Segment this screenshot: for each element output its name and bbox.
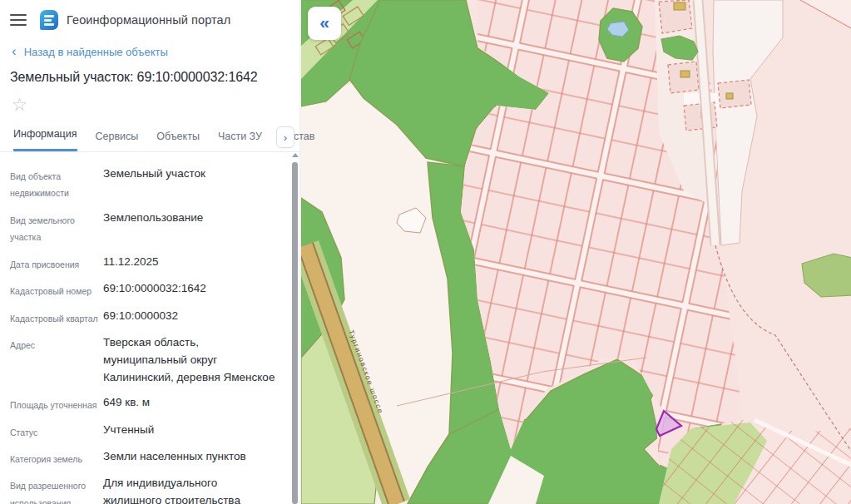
field-row: Категория земельЗемли населенных пунктов: [10, 448, 278, 467]
tab-services[interactable]: Сервисы: [96, 131, 139, 151]
map-svg: Тургиновское шоссе: [301, 0, 851, 504]
field-row: АдресТверская область, муниципальный окр…: [10, 334, 278, 387]
back-to-results-link[interactable]: ‹ Назад в найденные объекты: [0, 45, 299, 59]
tab-parts[interactable]: Части ЗУ: [218, 131, 262, 151]
field-row: Кадастровый номер69:10:0000032:1642: [10, 280, 278, 299]
collapse-panel-button[interactable]: «: [308, 7, 341, 40]
map-canvas[interactable]: Тургиновское шоссе «: [299, 0, 851, 504]
tab-information[interactable]: Информация: [13, 128, 77, 151]
scrollbar-up-arrow-icon[interactable]: [292, 153, 299, 157]
page-title: Земельный участок: 69:10:0000032:1642: [0, 70, 299, 85]
building: [674, 2, 685, 10]
field-row: Вид разрешенного использованияДля индиви…: [10, 475, 278, 504]
geo-portal-app: Геоинформационный портал ‹ Назад в найде…: [0, 0, 851, 504]
field-row: СтатусУчтенный: [10, 422, 278, 441]
field-row: Дата присвоения11.12.2025: [10, 254, 278, 273]
favorite-star-icon[interactable]: ☆: [12, 95, 32, 115]
menu-icon[interactable]: [10, 14, 27, 26]
back-chevron-icon: ‹: [12, 44, 17, 58]
field-row: Кадастровый квартал69:10:0000032: [10, 308, 278, 327]
tabs-scroll-right-button[interactable]: ›: [276, 126, 294, 148]
building: [680, 71, 690, 77]
attributes-list: Вид объекта недвижимостиЗемельный участо…: [0, 152, 299, 504]
app-title: Геоинформационный портал: [67, 13, 230, 27]
object-info-panel: Геоинформационный портал ‹ Назад в найде…: [0, 0, 299, 504]
panel-header: Геоинформационный портал: [0, 0, 299, 32]
scrollbar-thumb[interactable]: [292, 162, 298, 504]
field-row: Площадь уточненная649 кв. м: [10, 394, 278, 413]
field-row: Вид земельного участкаЗемлепользование: [10, 210, 278, 246]
field-row: Вид объекта недвижимостиЗемельный участо…: [10, 166, 278, 202]
back-link-label: Назад в найденные объекты: [24, 46, 168, 58]
geo-portal-logo-icon: [40, 10, 58, 30]
panel-scrollbar[interactable]: [291, 153, 299, 504]
tab-bar: Информация Сервисы Объекты Части ЗУ Сост…: [0, 126, 299, 151]
tab-objects[interactable]: Объекты: [156, 131, 200, 151]
building: [726, 93, 733, 99]
